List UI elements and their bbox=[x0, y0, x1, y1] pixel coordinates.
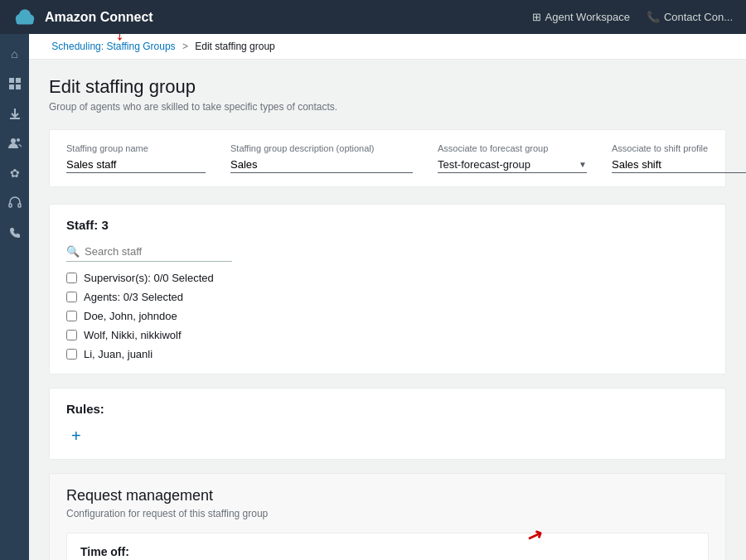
staffing-group-name-input[interactable] bbox=[66, 157, 206, 173]
page-content: Edit staffing group Group of agents who … bbox=[29, 60, 746, 560]
timeoff-section: ↙ Time off: Enable Time off request for … bbox=[66, 533, 709, 560]
svg-rect-6 bbox=[9, 84, 14, 89]
sidebar: ⌂ ✿ bbox=[0, 34, 29, 560]
supervisor-label: Supervisor(s): 0/0 Selected bbox=[84, 272, 214, 284]
breadcrumb-separator: > bbox=[182, 41, 188, 52]
phone-icon: 📞 bbox=[647, 11, 660, 23]
timeoff-title: Time off: bbox=[80, 545, 695, 558]
agent-wolf: Wolf, Nikki, nikkiwolf bbox=[66, 329, 709, 341]
search-staff-box[interactable]: 🔍 bbox=[66, 242, 232, 262]
form-fields: Staffing group name Staffing group descr… bbox=[49, 129, 726, 187]
search-staff-input[interactable] bbox=[85, 245, 217, 258]
main-content: ↓ Scheduling: Staffing Groups > Edit sta… bbox=[29, 34, 746, 560]
search-icon: 🔍 bbox=[66, 245, 80, 258]
agents-checkbox[interactable] bbox=[66, 292, 77, 302]
staffing-group-name-label: Staffing group name bbox=[66, 143, 206, 153]
sidebar-item-headset[interactable] bbox=[3, 191, 27, 215]
svg-rect-13 bbox=[18, 204, 21, 207]
svg-rect-12 bbox=[9, 204, 12, 207]
agent-doe-checkbox[interactable] bbox=[66, 311, 77, 321]
forecast-group-value: Test-forecast-group bbox=[438, 158, 575, 171]
svg-rect-7 bbox=[16, 84, 21, 89]
description-label: Staffing group description (optional) bbox=[230, 143, 413, 153]
app-title: Amazon Connect bbox=[45, 10, 153, 25]
agent-doe-label: Doe, John, johndoe bbox=[84, 310, 177, 322]
shift-profile-label: Associate to shift profile bbox=[612, 143, 746, 153]
sidebar-item-download[interactable] bbox=[3, 102, 27, 125]
agent-wolf-checkbox[interactable] bbox=[66, 330, 77, 340]
request-management-subtitle: Configuration for request of this staffi… bbox=[66, 508, 709, 519]
svg-point-10 bbox=[11, 138, 16, 143]
breadcrumb: ↓ Scheduling: Staffing Groups > Edit sta… bbox=[29, 34, 746, 60]
request-management-title: Request management bbox=[66, 487, 709, 504]
rules-title: Rules: bbox=[66, 402, 709, 416]
top-nav: Amazon Connect ⊞ Agent Workspace 📞 Conta… bbox=[0, 0, 746, 34]
agent-li-label: Li, Juan, juanli bbox=[84, 348, 153, 360]
description-field: Staffing group description (optional) bbox=[230, 143, 413, 173]
rules-section: Rules: + bbox=[49, 388, 726, 460]
sidebar-item-sparkle[interactable]: ✿ bbox=[3, 162, 27, 185]
staff-count: Staff: 3 bbox=[66, 218, 709, 232]
forecast-group-select[interactable]: Test-forecast-group ▼ bbox=[438, 157, 587, 173]
page-subtitle: Group of agents who are skilled to take … bbox=[49, 101, 726, 113]
request-management-section: Request management Configuration for req… bbox=[49, 473, 726, 560]
shift-profile-field: Associate to shift profile bbox=[612, 143, 746, 173]
agent-doe: Doe, John, johndoe bbox=[66, 310, 709, 322]
svg-point-11 bbox=[17, 138, 20, 142]
agent-li-checkbox[interactable] bbox=[66, 349, 77, 360]
staff-section: Staff: 3 🔍 Supervisor(s): 0/0 Selected A… bbox=[49, 204, 726, 374]
agents-item: Agents: 0/3 Selected bbox=[66, 291, 709, 303]
contact-center-nav[interactable]: 📞 Contact Con... bbox=[647, 11, 733, 23]
agent-workspace-nav[interactable]: ⊞ Agent Workspace bbox=[532, 11, 630, 23]
monitor-icon: ⊞ bbox=[532, 11, 541, 23]
description-input[interactable] bbox=[230, 157, 413, 173]
page-title: Edit staffing group bbox=[49, 76, 726, 98]
logo-area: Amazon Connect bbox=[13, 6, 153, 29]
svg-rect-4 bbox=[9, 78, 14, 83]
forecast-group-field: Associate to forecast group Test-forecas… bbox=[438, 143, 587, 173]
agent-li: Li, Juan, juanli bbox=[66, 348, 709, 360]
add-rule-button[interactable]: + bbox=[66, 426, 86, 446]
agent-wolf-label: Wolf, Nikki, nikkiwolf bbox=[84, 329, 182, 341]
dropdown-arrow-forecast: ▼ bbox=[579, 160, 587, 169]
sidebar-item-users[interactable] bbox=[3, 132, 27, 155]
nav-right: ⊞ Agent Workspace 📞 Contact Con... bbox=[532, 11, 733, 23]
staff-list: Supervisor(s): 0/0 Selected Agents: 0/3 … bbox=[66, 272, 709, 360]
svg-rect-3 bbox=[17, 18, 34, 24]
sidebar-item-home[interactable]: ⌂ bbox=[3, 42, 27, 65]
breadcrumb-current: Edit staffing group bbox=[195, 41, 275, 52]
svg-rect-5 bbox=[16, 78, 21, 83]
forecast-group-label: Associate to forecast group bbox=[438, 143, 587, 153]
staffing-group-name-field: Staffing group name bbox=[66, 143, 206, 173]
sidebar-item-dashboard[interactable] bbox=[3, 72, 27, 95]
supervisor-item: Supervisor(s): 0/0 Selected bbox=[66, 272, 709, 284]
breadcrumb-link[interactable]: Scheduling: Staffing Groups bbox=[51, 41, 175, 52]
supervisor-checkbox[interactable] bbox=[66, 273, 77, 283]
app-logo bbox=[13, 6, 36, 29]
sidebar-item-phone[interactable] bbox=[3, 221, 27, 244]
agents-label: Agents: 0/3 Selected bbox=[84, 291, 183, 303]
shift-profile-input[interactable] bbox=[612, 157, 746, 173]
